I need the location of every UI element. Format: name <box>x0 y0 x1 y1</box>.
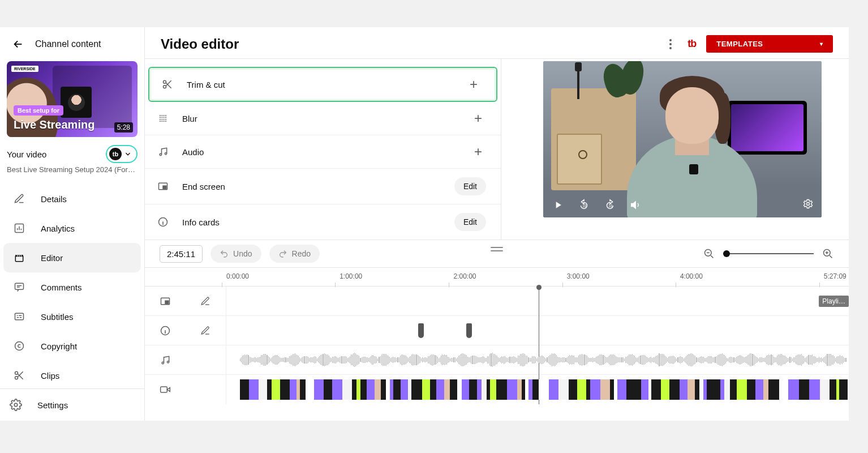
more-menu-icon[interactable] <box>664 37 677 51</box>
svg-point-26 <box>165 153 166 155</box>
forward-10-icon[interactable]: 10 <box>603 198 617 212</box>
svg-point-12 <box>165 115 166 116</box>
endscreen-element[interactable]: Playli… <box>819 296 849 307</box>
redo-label: Redo <box>292 249 311 258</box>
svg-point-6 <box>14 403 18 407</box>
svg-rect-28 <box>163 186 166 189</box>
main: Video editor tb TEMPLATES ▾ Trim & cut+B… <box>145 27 849 421</box>
sidebar-item-clips[interactable]: Clips <box>3 361 141 388</box>
tb-dropdown[interactable]: tb <box>106 145 137 163</box>
timeline-toolbar: 2:45:11 Undo Redo <box>145 240 849 267</box>
zoom-controls <box>703 247 834 260</box>
svg-point-11 <box>164 115 165 116</box>
audio-icon <box>156 145 170 159</box>
track-content[interactable]: Playli… <box>226 287 849 315</box>
add-icon[interactable]: + <box>466 76 482 92</box>
sidebar-item-label: Settings <box>37 400 68 410</box>
timecode[interactable]: 2:45:11 <box>160 245 203 263</box>
page-title: Video editor <box>161 36 239 52</box>
video-preview[interactable]: 10 10 <box>543 61 822 217</box>
sidebar-item-label: Analytics <box>41 224 75 233</box>
sidebar-item-label: Editor <box>41 253 63 263</box>
edit-button[interactable]: Edit <box>454 177 486 195</box>
tool-list: Trim & cut+Blur+Audio+End screenEditInfo… <box>145 59 501 240</box>
track-video <box>145 375 849 404</box>
sidebar-item-editor[interactable]: Editor <box>3 243 141 272</box>
svg-text:10: 10 <box>608 204 613 208</box>
sidebar-item-label: Clips <box>41 371 59 381</box>
templates-button[interactable]: TEMPLATES ▾ <box>706 35 833 53</box>
tubebuddy-logo: tb <box>687 38 696 50</box>
svg-point-19 <box>164 119 165 120</box>
app-window: Channel content RIVERSIDE Best setup for… <box>0 27 849 421</box>
add-icon[interactable]: + <box>470 144 486 160</box>
topbar-right: tb TEMPLATES ▾ <box>664 35 833 53</box>
tool-blur[interactable]: Blur+ <box>145 102 501 135</box>
editor-area: Trim & cut+Blur+Audio+End screenEditInfo… <box>145 58 849 240</box>
sidebar-item-subtitles[interactable]: Subtitles <box>3 302 141 331</box>
tool-label: Audio <box>182 147 204 157</box>
audio-waveform <box>240 352 848 368</box>
undo-button[interactable]: Undo <box>210 245 261 263</box>
volume-icon[interactable] <box>629 198 643 212</box>
sidebar-item-label: Copyright <box>41 341 77 351</box>
svg-point-20 <box>165 119 166 120</box>
svg-point-17 <box>160 119 161 120</box>
edit-track-icon[interactable] <box>199 324 212 337</box>
gear-icon <box>9 398 23 412</box>
info-card-marker[interactable] <box>418 323 424 338</box>
video-filmstrip <box>240 379 848 400</box>
svg-text:10: 10 <box>582 204 587 208</box>
track-content[interactable] <box>226 345 849 374</box>
timeline-ruler[interactable]: 0:00:001:00:002:00:003:00:004:00:005:27:… <box>145 267 849 287</box>
sidebar-item-label: Subtitles <box>41 312 74 322</box>
video-thumbnail[interactable]: RIVERSIDE Best setup for Live Streaming … <box>7 61 137 137</box>
svg-point-24 <box>165 121 166 122</box>
tool-end-screen[interactable]: End screenEdit <box>145 169 501 204</box>
undo-label: Undo <box>233 249 252 258</box>
thumb-caption: Best setup for <box>14 105 63 116</box>
svg-point-21 <box>160 121 161 122</box>
track-content[interactable] <box>226 375 849 404</box>
audio-icon <box>158 353 172 367</box>
track-infocards <box>145 316 849 345</box>
svg-point-9 <box>160 115 161 116</box>
zoom-out-icon[interactable] <box>703 247 715 260</box>
endscreen-icon <box>156 180 170 193</box>
ruler-tick: 2:00:00 <box>453 272 476 280</box>
track-content[interactable] <box>226 316 849 345</box>
resize-handle[interactable] <box>491 247 503 251</box>
redo-button[interactable]: Redo <box>269 245 320 263</box>
edit-track-icon[interactable] <box>199 294 212 308</box>
sidebar-item-copyright[interactable]: Copyright <box>3 331 141 361</box>
chevron-down-icon <box>124 150 132 158</box>
your-video-label: Your video <box>7 149 46 159</box>
thumb-brand-badge: RIVERSIDE <box>11 66 38 72</box>
zoom-slider[interactable] <box>723 253 814 254</box>
sidebar-item-settings[interactable]: Settings <box>0 389 144 421</box>
tool-label: Trim & cut <box>187 80 225 89</box>
sidebar-item-details[interactable]: Details <box>3 184 141 213</box>
back-label[interactable]: Channel content <box>35 39 101 49</box>
back-arrow-icon[interactable] <box>11 37 25 51</box>
sidebar-item-analytics[interactable]: Analytics <box>3 213 141 243</box>
tool-audio[interactable]: Audio+ <box>145 135 501 169</box>
ruler-tick: 4:00:00 <box>680 272 703 280</box>
info-card-marker[interactable] <box>466 323 472 338</box>
track-endscreen: Playli… <box>145 287 849 316</box>
back-row: Channel content <box>0 27 144 58</box>
svg-point-18 <box>161 119 162 120</box>
play-icon[interactable] <box>551 198 565 212</box>
edit-button[interactable]: Edit <box>454 213 486 231</box>
tool-info-cards[interactable]: Info cardsEdit <box>145 204 501 240</box>
zoom-in-icon[interactable] <box>822 247 834 260</box>
svg-point-25 <box>160 153 161 155</box>
tool-trim-cut[interactable]: Trim & cut+ <box>148 67 497 102</box>
bar-chart-icon <box>12 221 26 235</box>
preview-settings-icon[interactable] <box>802 198 814 212</box>
sidebar-item-comments[interactable]: Comments <box>3 272 141 302</box>
add-icon[interactable]: + <box>470 110 486 126</box>
rewind-10-icon[interactable]: 10 <box>577 198 591 212</box>
sidebar-item-label: Details <box>41 194 67 204</box>
timeline: 2:45:11 Undo Redo 0:00:001:00:002:00:003… <box>145 240 849 404</box>
